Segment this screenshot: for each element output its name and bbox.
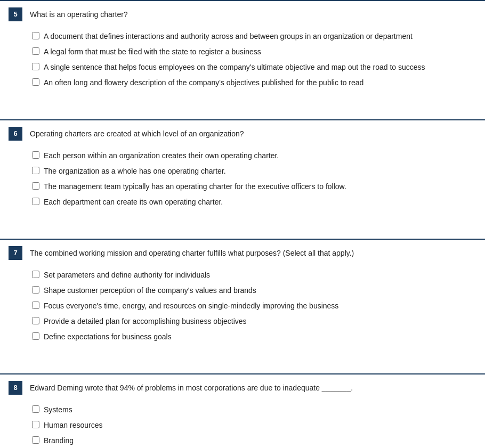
option-label-7-3: Provide a detailed plan for accomplishin… [44, 316, 247, 327]
question-header-8: 8Edward Deming wrote that 94% of problem… [0, 374, 485, 401]
question-header-7: 7The combined working mission and operat… [0, 240, 485, 266]
checkbox-5-3[interactable] [32, 78, 39, 86]
question-text-6: Operating charters are created at which … [30, 127, 244, 140]
option-label-8-0: Systems [44, 404, 72, 416]
checkbox-7-3[interactable] [32, 317, 39, 324]
option-item-7-3: Provide a detailed plan for accomplishin… [32, 316, 453, 327]
option-label-8-2: Branding [44, 435, 74, 446]
option-label-5-1: A legal form that must be filed with the… [44, 46, 261, 58]
option-label-5-2: A single sentence that helps focus emplo… [44, 62, 425, 73]
option-item-6-1: The organization as a whole has one oper… [32, 166, 453, 177]
page-container: 5What is an operating charter?A document… [0, 0, 485, 448]
question-block-6: 6Operating charters are created at which… [0, 119, 485, 233]
option-label-8-1: Human resources [44, 420, 103, 431]
option-item-5-2: A single sentence that helps focus emplo… [32, 62, 453, 73]
question-header-5: 5What is an operating charter? [0, 1, 485, 28]
question-block-8: 8Edward Deming wrote that 94% of problem… [0, 373, 485, 448]
checkbox-6-2[interactable] [32, 182, 39, 190]
question-number-5: 5 [9, 7, 22, 21]
question-number-6: 6 [9, 127, 22, 141]
option-label-6-0: Each person within an organization creat… [44, 150, 279, 161]
option-label-7-2: Focus everyone's time, energy, and resou… [44, 300, 338, 312]
options-list-8: SystemsHuman resourcesBrandingManagement [0, 401, 485, 448]
checkbox-5-1[interactable] [32, 47, 39, 55]
checkbox-6-0[interactable] [32, 151, 39, 159]
option-label-5-0: A document that defines interactions and… [44, 31, 413, 42]
options-list-7: Set parameters and define authority for … [0, 266, 485, 348]
checkbox-6-3[interactable] [32, 198, 39, 205]
question-block-7: 7The combined working mission and operat… [0, 239, 485, 368]
question-text-7: The combined working mission and operati… [30, 246, 354, 259]
option-label-6-3: Each department can create its own opera… [44, 197, 223, 208]
option-item-7-1: Shape customer perception of the company… [32, 285, 453, 296]
checkbox-8-0[interactable] [32, 405, 39, 413]
checkbox-7-0[interactable] [32, 271, 39, 278]
option-label-6-2: The management team typically has an ope… [44, 181, 346, 192]
option-label-5-3: An often long and flowery description of… [44, 77, 363, 88]
option-item-5-3: An often long and flowery description of… [32, 77, 453, 88]
option-item-6-2: The management team typically has an ope… [32, 181, 453, 192]
question-number-7: 7 [9, 246, 22, 260]
option-item-7-2: Focus everyone's time, energy, and resou… [32, 300, 453, 312]
option-item-8-1: Human resources [32, 420, 453, 431]
question-text-8: Edward Deming wrote that 94% of problems… [30, 381, 353, 394]
question-text-5: What is an operating charter? [30, 7, 128, 20]
checkbox-7-2[interactable] [32, 302, 39, 309]
option-label-6-1: The organization as a whole has one oper… [44, 166, 226, 177]
checkbox-8-2[interactable] [32, 436, 39, 444]
option-label-7-1: Shape customer perception of the company… [44, 285, 256, 296]
option-item-6-3: Each department can create its own opera… [32, 197, 453, 208]
checkbox-5-0[interactable] [32, 32, 39, 39]
option-item-5-0: A document that defines interactions and… [32, 31, 453, 42]
question-header-6: 6Operating charters are created at which… [0, 120, 485, 147]
option-item-7-0: Set parameters and define authority for … [32, 270, 453, 281]
option-label-7-0: Set parameters and define authority for … [44, 270, 210, 281]
option-item-7-4: Define expectations for business goals [32, 331, 453, 343]
option-item-5-1: A legal form that must be filed with the… [32, 46, 453, 58]
options-list-6: Each person within an organization creat… [0, 147, 485, 213]
options-list-5: A document that defines interactions and… [0, 28, 485, 94]
option-label-7-4: Define expectations for business goals [44, 331, 172, 343]
option-item-6-0: Each person within an organization creat… [32, 150, 453, 161]
option-item-8-2: Branding [32, 435, 453, 446]
checkbox-5-2[interactable] [32, 63, 39, 70]
option-item-8-0: Systems [32, 404, 453, 416]
checkbox-8-1[interactable] [32, 421, 39, 428]
checkbox-7-1[interactable] [32, 286, 39, 294]
checkbox-7-4[interactable] [32, 332, 39, 340]
question-block-5: 5What is an operating charter?A document… [0, 0, 485, 114]
checkbox-6-1[interactable] [32, 167, 39, 174]
question-number-8: 8 [9, 381, 22, 395]
